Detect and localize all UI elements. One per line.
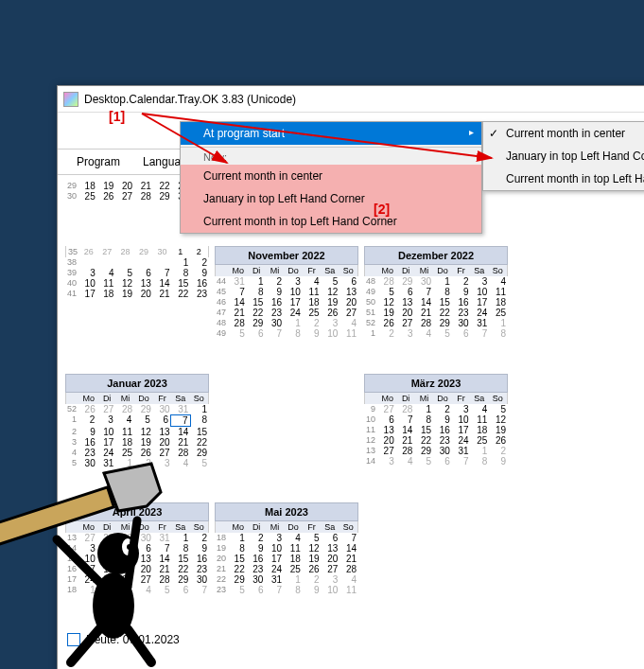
day-cell[interactable]: 31 [172,404,191,414]
sub-current-center[interactable]: ✓Current month in center [483,122,644,145]
day-cell[interactable]: 4 [339,318,358,328]
day-cell[interactable]: 16 [190,554,209,564]
day-cell[interactable]: 7 [396,414,415,425]
day-cell[interactable]: 15 [247,297,266,308]
day-cell[interactable]: 23 [452,308,471,318]
day-cell[interactable]: 10 [471,287,490,297]
month-header[interactable]: März 2023 [364,374,508,393]
day-cell[interactable]: 1 [190,404,209,414]
day-cell[interactable]: 28 [414,318,433,328]
day-cell[interactable]: 27 [339,308,358,318]
day-cell[interactable]: 4 [396,456,415,467]
day-cell[interactable]: 11 [303,287,322,297]
day-cell[interactable]: 8 [284,585,303,595]
day-cell[interactable]: 12 [303,543,322,554]
day-cell[interactable]: 16 [452,297,471,308]
day-cell[interactable]: 13 [396,297,415,308]
day-cell[interactable]: 29 [414,446,433,456]
month-header[interactable]: Januar 2023 [65,374,209,393]
day-cell[interactable]: 22 [247,308,266,318]
day-cell[interactable]: 17 [471,297,490,308]
day-cell[interactable]: 24 [284,308,303,318]
day-cell[interactable]: 9 [452,287,471,297]
day-cell[interactable]: 4 [471,404,490,414]
day-cell[interactable]: 8 [247,287,266,297]
day-cell[interactable]: 26 [377,318,396,328]
day-cell[interactable]: 6 [322,533,340,543]
day-cell[interactable]: 16 [265,297,284,308]
day-cell[interactable]: 26 [303,564,322,574]
day-cell[interactable]: 12 [489,414,508,425]
day-cell[interactable]: 16 [247,554,266,564]
day-cell[interactable]: 30 [414,276,433,287]
day-cell[interactable]: 8 [471,456,490,467]
day-cell[interactable]: 25 [284,564,303,574]
day-cell[interactable]: 1 [284,574,303,585]
dd-current-center[interactable]: Current month in center [181,165,481,187]
day-cell[interactable]: 12 [377,297,396,308]
day-cell[interactable]: 29 [433,318,452,328]
day-cell[interactable]: 1 [228,533,247,543]
day-cell[interactable]: 26 [322,308,340,318]
day-cell[interactable]: 12 [322,287,340,297]
day-cell[interactable]: 7 [265,585,284,595]
day-cell[interactable]: 10 [284,287,303,297]
day-cell[interactable]: 30 [190,574,209,585]
day-cell[interactable]: 11 [339,328,358,339]
day-cell[interactable]: 9 [247,543,266,554]
day-cell[interactable]: 30 [153,404,172,414]
day-cell[interactable]: 6 [433,456,452,467]
day-cell[interactable]: 6 [377,414,396,425]
day-cell[interactable]: 5 [322,276,340,287]
day-cell[interactable]: 23 [433,435,452,446]
day-cell[interactable]: 11 [471,414,490,425]
day-cell[interactable]: 26 [489,435,508,446]
day-cell[interactable]: 27 [377,404,396,414]
day-cell[interactable]: 5 [190,458,209,468]
day-cell[interactable]: 15 [433,297,452,308]
day-cell[interactable]: 23 [247,564,266,574]
day-cell[interactable]: 9 [190,543,209,554]
day-cell[interactable]: 6 [339,276,358,287]
day-cell[interactable]: 14 [228,297,247,308]
day-cell[interactable]: 2 [247,533,266,543]
day-cell[interactable]: 9 [433,414,452,425]
day-cell[interactable]: 5 [303,533,322,543]
day-cell[interactable]: 10 [265,543,284,554]
day-cell[interactable]: 31 [452,446,471,456]
day-cell[interactable]: 17 [265,554,284,564]
day-cell[interactable]: 3 [322,574,340,585]
day-cell[interactable]: 24 [452,435,471,446]
day-cell[interactable]: 7 [452,456,471,467]
day-cell[interactable]: 3 [322,318,340,328]
day-cell[interactable]: 29 [190,448,209,458]
day-cell[interactable]: 4 [489,276,508,287]
day-cell[interactable]: 25 [303,308,322,318]
day-cell[interactable]: 22 [228,564,247,574]
day-cell[interactable]: 3 [284,276,303,287]
day-cell[interactable]: 9 [303,585,322,595]
day-cell[interactable]: 13 [377,425,396,435]
day-cell[interactable]: 20 [339,297,358,308]
day-cell[interactable]: 15 [228,554,247,564]
month-header[interactable]: Dezember 2022 [364,246,508,265]
day-cell[interactable]: 6 [247,585,266,595]
day-cell[interactable]: 8 [489,328,508,339]
day-cell[interactable]: 23 [265,308,284,318]
day-cell[interactable]: 1 [489,318,508,328]
day-cell[interactable]: 28 [115,404,134,414]
day-cell[interactable]: 1 [247,276,266,287]
day-cell[interactable]: 17 [284,297,303,308]
day-cell[interactable]: 19 [377,308,396,318]
day-cell[interactable]: 15 [414,425,433,435]
day-cell[interactable]: 2 [265,276,284,287]
dd-current-corner[interactable]: Current month in top Left Hand Corner [181,210,481,233]
day-cell[interactable]: 19 [489,425,508,435]
day-cell[interactable]: 10 [322,585,340,595]
day-cell[interactable]: 19 [303,554,322,564]
day-cell[interactable]: 27 [377,446,396,456]
day-cell[interactable]: 10 [452,414,471,425]
sub-current-corner[interactable]: Current month in top Left Hand C [483,167,644,190]
day-cell[interactable]: 31 [228,276,247,287]
day-cell[interactable]: 11 [284,543,303,554]
